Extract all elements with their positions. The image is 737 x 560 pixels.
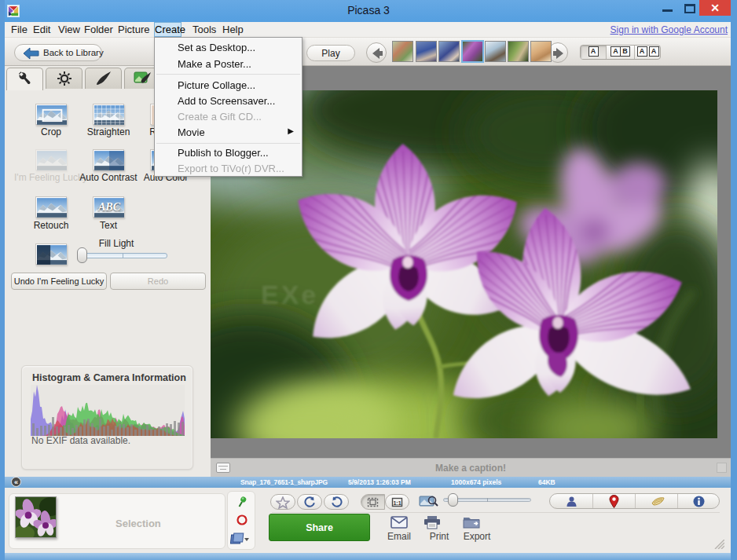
svg-text:EXe: EXe	[261, 280, 318, 309]
svg-text:1:1: 1:1	[393, 500, 401, 506]
